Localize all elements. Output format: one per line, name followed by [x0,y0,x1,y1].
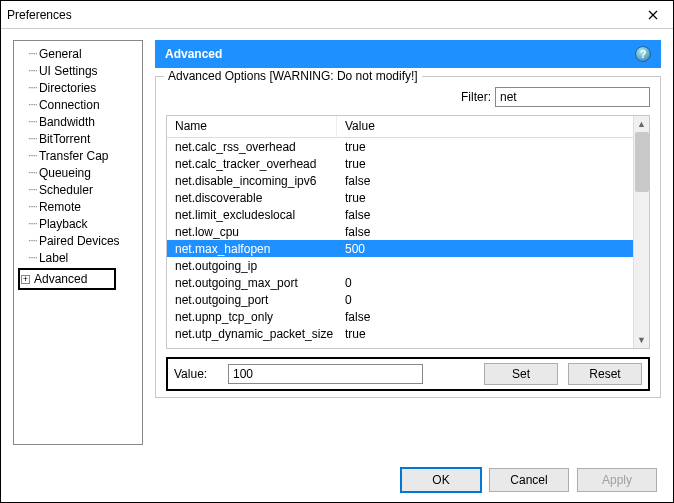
sidebar-item-label: Transfer Cap [39,149,109,163]
cell-value: true [337,140,633,154]
tree-dots-icon: ····· [28,235,37,246]
close-button[interactable] [633,1,673,29]
cell-name: net.outgoing_max_port [167,276,337,290]
sidebar-item-label[interactable]: ·····Label [16,249,140,266]
tree-dots-icon: ····· [28,65,37,76]
sidebar-item-label: Connection [39,98,100,112]
table-row[interactable]: net.max_halfopen500 [167,240,633,257]
filter-input[interactable] [495,87,650,107]
tree-dots-icon: ····· [28,201,37,212]
cell-value: 0 [337,293,633,307]
cell-name: net.utp_dynamic_packet_size [167,327,337,341]
cell-name: net.discoverable [167,191,337,205]
cell-value: 500 [337,242,633,256]
titlebar: Preferences [1,1,673,29]
sidebar-item-directories[interactable]: ·····Directories [16,79,140,96]
sidebar-item-label: Bandwidth [39,115,95,129]
sidebar-item-bandwidth[interactable]: ·····Bandwidth [16,113,140,130]
preferences-window: Preferences ·····General·····UI Settings… [0,0,674,503]
sidebar-item-transfer-cap[interactable]: ·····Transfer Cap [16,147,140,164]
scroll-down-icon[interactable]: ▼ [634,332,649,348]
sidebar-item-playback[interactable]: ·····Playback [16,215,140,232]
set-button[interactable]: Set [484,363,558,385]
main-panel: Advanced ? Advanced Options [WARNING: Do… [155,40,661,398]
tree-dots-icon: ····· [28,116,37,127]
table-row[interactable]: net.outgoing_ip [167,257,633,274]
value-label: Value: [174,367,218,381]
cell-value: false [337,208,633,222]
scroll-thumb[interactable] [635,132,649,192]
tree-dots-icon: ····· [28,99,37,110]
tree-dots-icon: ····· [28,218,37,229]
table-row[interactable]: net.low_cpufalse [167,223,633,240]
filter-row: Filter: [166,87,650,107]
col-value[interactable]: Value [337,116,649,137]
cell-name: net.outgoing_port [167,293,337,307]
cell-name: net.outgoing_ip [167,259,337,273]
options-table[interactable]: Name Value net.calc_rss_overheadtruenet.… [166,115,650,349]
sidebar-item-label: Directories [39,81,96,95]
ok-button[interactable]: OK [401,468,481,492]
sidebar-item-label: Paired Devices [39,234,120,248]
apply-button[interactable]: Apply [577,468,657,492]
cell-value: true [337,157,633,171]
sidebar-item-paired-devices[interactable]: ·····Paired Devices [16,232,140,249]
tree-dots-icon: ····· [28,48,37,59]
cell-value: 0 [337,276,633,290]
sidebar-item-advanced[interactable]: + Advanced [18,268,116,290]
cell-value: true [337,191,633,205]
help-icon[interactable]: ? [635,46,651,62]
panel-header: Advanced ? [155,40,661,68]
filter-label: Filter: [461,90,491,104]
sidebar-item-remote[interactable]: ·····Remote [16,198,140,215]
reset-button[interactable]: Reset [568,363,642,385]
cell-name: net.disable_incoming_ipv6 [167,174,337,188]
group-title: Advanced Options [WARNING: Do not modify… [164,69,422,83]
table-header: Name Value [167,116,649,138]
value-input[interactable] [228,364,423,384]
table-row[interactable]: net.calc_rss_overheadtrue [167,138,633,155]
cell-value: false [337,310,633,324]
sidebar-item-bittorrent[interactable]: ·····BitTorrent [16,130,140,147]
advanced-group: Advanced Options [WARNING: Do not modify… [155,76,661,398]
sidebar-item-label: Scheduler [39,183,93,197]
table-row[interactable]: net.calc_tracker_overheadtrue [167,155,633,172]
sidebar-item-label: General [39,47,82,61]
table-row[interactable]: net.limit_excludeslocalfalse [167,206,633,223]
window-title: Preferences [7,8,72,22]
sidebar-item-connection[interactable]: ·····Connection [16,96,140,113]
sidebar-item-label: UI Settings [39,64,98,78]
cell-value: false [337,225,633,239]
sidebar-item-label: Playback [39,217,88,231]
cell-name: net.upnp_tcp_only [167,310,337,324]
cell-name: net.max_halfopen [167,242,337,256]
sidebar-item-scheduler[interactable]: ·····Scheduler [16,181,140,198]
cell-name: net.limit_excludeslocal [167,208,337,222]
scrollbar[interactable]: ▲ ▼ [633,116,649,348]
sidebar-item-label: Remote [39,200,81,214]
table-row[interactable]: net.outgoing_port0 [167,291,633,308]
panel-title: Advanced [165,47,222,61]
col-name[interactable]: Name [167,116,337,137]
cell-name: net.low_cpu [167,225,337,239]
category-tree[interactable]: ·····General·····UI Settings·····Directo… [13,40,143,445]
table-body: net.calc_rss_overheadtruenet.calc_tracke… [167,138,633,348]
sidebar-item-queueing[interactable]: ·····Queueing [16,164,140,181]
scroll-up-icon[interactable]: ▲ [634,116,649,132]
tree-dots-icon: ····· [28,184,37,195]
cancel-button[interactable]: Cancel [489,468,569,492]
table-row[interactable]: net.utp_dynamic_packet_sizetrue [167,325,633,342]
cell-name: net.calc_rss_overhead [167,140,337,154]
tree-dots-icon: ····· [28,133,37,144]
table-row[interactable]: net.outgoing_max_port0 [167,274,633,291]
tree-dots-icon: ····· [28,82,37,93]
tree-dots-icon: ····· [28,167,37,178]
sidebar-item-general[interactable]: ·····General [16,45,140,62]
dialog-buttons: OK Cancel Apply [401,468,657,492]
expand-icon[interactable]: + [21,275,30,284]
table-row[interactable]: net.disable_incoming_ipv6false [167,172,633,189]
table-row[interactable]: net.upnp_tcp_onlyfalse [167,308,633,325]
sidebar-item-ui-settings[interactable]: ·····UI Settings [16,62,140,79]
cell-name: net.calc_tracker_overhead [167,157,337,171]
table-row[interactable]: net.discoverabletrue [167,189,633,206]
